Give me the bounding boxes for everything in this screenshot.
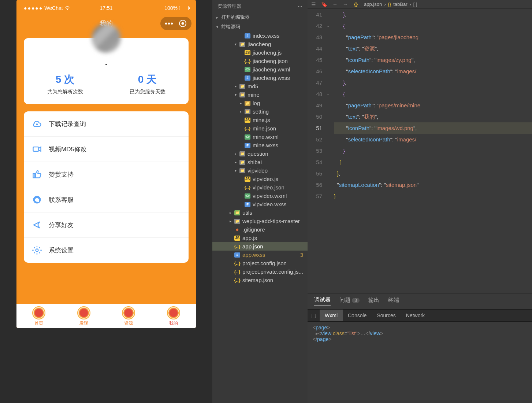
- file-name: .gitignore: [242, 226, 265, 233]
- file-name: jiaocheng.wxml: [253, 66, 290, 73]
- bookmark-icon[interactable]: 🔖: [321, 1, 327, 7]
- tree-item[interactable]: {..} app.json: [212, 242, 308, 251]
- file-name: mine.wxml: [253, 134, 279, 140]
- tree-item[interactable]: {..} sitemap.json: [212, 276, 308, 284]
- tree-item[interactable]: # mine.wxss: [212, 141, 308, 149]
- file-tree[interactable]: # index.wxss ▾ 📁 jiaocheng JS jiaocheng.…: [212, 32, 308, 403]
- file-icon: {}: [353, 2, 359, 7]
- capsule-more-button[interactable]: •••: [163, 17, 176, 30]
- file-name: mine.wxss: [253, 142, 278, 148]
- tree-item[interactable]: <> vipvideo.wxml: [212, 192, 308, 200]
- tree-item[interactable]: {..} mine.json: [212, 124, 308, 133]
- tree-item[interactable]: JS vipvideo.js: [212, 175, 308, 183]
- devtools-tab-Wxml[interactable]: Wxml: [320, 310, 343, 321]
- tree-item[interactable]: ▸ 📁 md5: [212, 82, 308, 90]
- file-name: setting: [253, 108, 269, 115]
- open-editors-section[interactable]: ▸ 打开的编辑器: [212, 12, 308, 22]
- svg-point-2: [36, 249, 38, 252]
- share-icon: [32, 220, 42, 230]
- dom-inspector[interactable]: <page> ▸<view class="list">…</view> </pa…: [308, 322, 532, 345]
- file-name: utils: [242, 210, 252, 216]
- list-icon[interactable]: ☰: [311, 1, 316, 7]
- back-icon[interactable]: ←: [332, 1, 338, 7]
- tree-item[interactable]: ▸ 📁 shibai: [212, 158, 308, 166]
- stat-label: 已为您服务天数: [130, 89, 165, 95]
- file-name: project.private.config.js...: [242, 269, 303, 275]
- capsule-close-button[interactable]: [176, 17, 189, 30]
- code-editor[interactable]: 4142434445464748495051525354555657 ⌄⌄ },…: [308, 9, 532, 293]
- tree-item[interactable]: ▾ 📁 vipvideo: [212, 166, 308, 175]
- debug-tab-问题[interactable]: 问题 3: [339, 297, 360, 306]
- file-name: mine: [248, 92, 260, 98]
- tree-item[interactable]: ▸ 📁 weplug-add-tips-master: [212, 217, 308, 225]
- tree-item[interactable]: ▸ 📁 utils: [212, 208, 308, 217]
- cloud-download-icon: [32, 119, 42, 129]
- file-name: jiaocheng.js: [253, 49, 282, 56]
- devtools-tab-Network[interactable]: Network: [401, 310, 430, 321]
- signal-dots: ●●●●●: [24, 5, 43, 11]
- stat-label: 共为您解析次数: [47, 89, 83, 95]
- tree-item[interactable]: <> mine.wxml: [212, 133, 308, 141]
- tree-item[interactable]: # app.wxss 3: [212, 251, 308, 259]
- tab-icon: [167, 306, 180, 319]
- svg-rect-0: [33, 147, 39, 151]
- forward-icon[interactable]: →: [343, 1, 348, 7]
- tab-发现[interactable]: 发现: [77, 306, 90, 326]
- menu-item-cloud-download[interactable]: 下载记录查询: [24, 111, 189, 137]
- more-icon[interactable]: ⋯: [298, 4, 302, 9]
- tab-我的[interactable]: 我的: [167, 306, 180, 326]
- debug-tab-输出[interactable]: 输出: [368, 297, 379, 306]
- tree-item[interactable]: <> jiaocheng.wxml: [212, 65, 308, 74]
- tab-icon: [122, 306, 135, 319]
- tab-label: 首页: [34, 320, 43, 326]
- tree-item[interactable]: JS jiaocheng.js: [212, 48, 308, 57]
- debug-panel: 调试器问题 3输出终端 ⬚ WxmlConsoleSourcesNetwork …: [308, 293, 532, 403]
- devtools-tab-Sources[interactable]: Sources: [372, 310, 401, 321]
- tree-item[interactable]: {..} project.config.json: [212, 259, 308, 267]
- tree-item[interactable]: {..} jiaocheng.json: [212, 57, 308, 65]
- video-icon: [32, 144, 42, 154]
- menu-item-share[interactable]: 分享好友: [24, 212, 189, 238]
- tree-item[interactable]: {..} vipvideo.json: [212, 183, 308, 192]
- battery-icon: [179, 6, 189, 10]
- menu-item-chat[interactable]: 联系客服: [24, 187, 189, 212]
- profile-card: 5 次 共为您解析次数 0 天 已为您服务天数: [24, 38, 189, 104]
- menu-label: 联系客服: [49, 196, 74, 204]
- root-section[interactable]: ▾ 前端源码: [212, 22, 308, 32]
- debug-tab-终端[interactable]: 终端: [388, 297, 399, 306]
- file-name: project.config.json: [242, 260, 287, 266]
- menu-item-gear[interactable]: 系统设置: [24, 238, 189, 263]
- tree-item[interactable]: # index.wxss: [212, 32, 308, 40]
- file-name: app.js: [242, 235, 257, 241]
- thumb-up-icon: [32, 169, 42, 180]
- tab-icon: [77, 306, 90, 319]
- menu-label: 下载记录查询: [49, 120, 86, 128]
- tree-item[interactable]: ▸ 📁 question: [212, 149, 308, 158]
- breadcrumb[interactable]: app.json› {}tabBar› [ ]: [364, 1, 417, 7]
- tab-首页[interactable]: 首页: [32, 306, 45, 326]
- menu-item-thumb-up[interactable]: 赞赏支持: [24, 162, 189, 187]
- tree-item[interactable]: ◆ .gitignore: [212, 225, 308, 234]
- tree-item[interactable]: JS mine.js: [212, 116, 308, 124]
- stat-value: 0 天: [130, 73, 165, 86]
- file-name: log: [253, 100, 260, 106]
- inspect-icon[interactable]: ⬚: [308, 310, 320, 321]
- tree-item[interactable]: # vipvideo.wxss: [212, 200, 308, 208]
- file-name: jiaocheng.wxss: [253, 75, 290, 81]
- tree-item[interactable]: ▸ 📁 setting: [212, 107, 308, 116]
- tree-item[interactable]: ▸ 📁 log: [212, 99, 308, 107]
- tree-item[interactable]: JS app.js: [212, 234, 308, 242]
- tabbar: 首页 发现 资源 我的: [16, 304, 196, 328]
- devtools-tab-Console[interactable]: Console: [343, 310, 372, 321]
- tree-item[interactable]: ▾ 📁 jiaocheng: [212, 40, 308, 48]
- debug-tab-调试器[interactable]: 调试器: [314, 296, 331, 306]
- tree-item[interactable]: # jiaocheng.wxss: [212, 74, 308, 82]
- menu-item-video[interactable]: 视频MD5修改: [24, 137, 189, 162]
- avatar[interactable]: [92, 23, 121, 53]
- tree-item[interactable]: ▾ 📁 mine: [212, 90, 308, 99]
- tab-资源[interactable]: 资源: [122, 306, 135, 326]
- wifi-icon: [64, 5, 70, 12]
- file-name: jiaocheng: [248, 41, 271, 47]
- file-name: vipvideo.json: [253, 184, 284, 191]
- tree-item[interactable]: {..} project.private.config.js...: [212, 267, 308, 276]
